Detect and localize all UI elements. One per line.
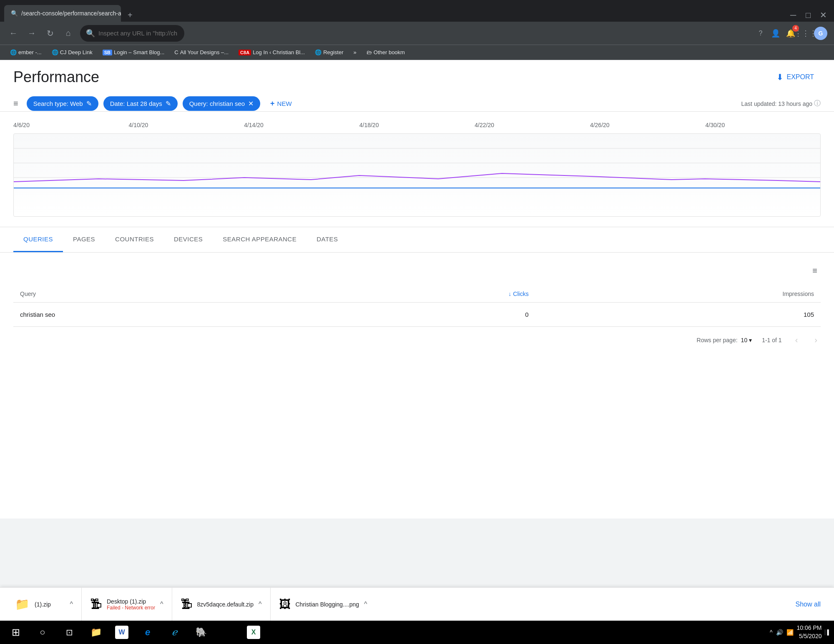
bookmark-designs[interactable]: C All Your Designs –... [171,48,232,57]
edge-btn[interactable]: e [135,623,160,641]
chart-dates: 4/6/20 4/10/20 4/14/20 4/18/20 4/22/20 4… [13,122,821,128]
tab-favicon: 🔍 [11,10,18,17]
gsc-header: Performance ⬇ EXPORT ≡ Search type: Web … [0,60,834,112]
url-bar-container: 🔍 [80,25,455,42]
col-clicks-label: Clicks [513,291,528,297]
taskbar-datetime[interactable]: 10:06 PM 5/5/2020 [797,624,822,640]
download-chevron-0[interactable]: ^ [70,601,73,608]
chart-date-4: 4/22/20 [475,122,590,128]
chart-date-3: 4/18/20 [359,122,475,128]
show-all-label: Show all [796,601,821,608]
bookmark-christian-label: Log In ‹ Christian Bl... [253,49,305,55]
minimize-btn[interactable]: ─ [786,8,800,22]
chart-date-5: 4/26/20 [590,122,706,128]
maximize-btn[interactable]: □ [801,8,815,22]
apps-grid-btn[interactable]: ⋮⋮⋮ [799,27,812,40]
download-item-2: 🗜 8zv5daqce.default.zip ^ [172,588,271,621]
url-input[interactable] [80,25,184,42]
download-chevron-3[interactable]: ^ [364,601,367,608]
active-tab[interactable]: 🔍 /search-console/performance/search-ana… [4,5,121,22]
col-impressions-label: Impressions [783,291,814,297]
bookmark-register-icon: 🌐 [315,49,322,55]
tab-search-appearance[interactable]: SEARCH APPEARANCE [213,227,306,252]
word-btn[interactable]: W [110,624,133,641]
new-tab-btn[interactable]: + [124,9,136,22]
show-all-button[interactable]: Show all [789,597,827,611]
ie-btn[interactable]: ℯ [162,623,187,641]
download-icon-0: 📁 [15,597,30,611]
query-close-icon[interactable]: ✕ [248,100,254,108]
user-avatar[interactable]: G [814,27,827,40]
excel-btn[interactable]: X [242,624,265,641]
notification-bell[interactable]: 🔔 4 [784,27,797,40]
bookmark-member[interactable]: 🌐 ember -... [7,48,45,57]
start-button[interactable]: ⊞ [3,623,28,641]
evernote-btn[interactable]: 🐘 [188,623,214,641]
rows-per-page-label: Rows per page: [697,337,738,343]
bookmark-christian[interactable]: C8A Log In ‹ Christian Bl... [235,48,308,57]
clicks-cell: 0 [322,303,535,327]
download-icon-1: 🗜 [90,597,102,611]
prev-page-btn[interactable]: ‹ [792,333,801,346]
next-page-btn[interactable]: › [811,333,821,346]
browser-toolbar: ← → ↻ ⌂ 🔍 ? 👤 🔔 4 ⋮⋮⋮ G [0,22,834,45]
bookmark-christian-icon: C8A [239,50,251,55]
tab-bar: 🔍 /search-console/performance/search-ana… [0,0,834,22]
chart-date-1: 4/10/20 [129,122,244,128]
impressions-cell: 105 [535,303,821,327]
rows-select[interactable]: 10 ▾ [741,337,752,343]
forward-btn[interactable]: → [25,27,38,40]
excel-icon: X [247,626,260,639]
table-section: ≡ Query ↓ Clicks Impressions [0,253,834,363]
help-btn[interactable]: ? [754,27,767,40]
refresh-btn[interactable]: ↻ [43,27,57,40]
download-chevron-1[interactable]: ^ [160,601,163,608]
show-desktop-btn[interactable]: ▌ [825,629,831,635]
last-updated: Last updated: 13 hours ago ⓘ [741,99,821,108]
speaker-icon[interactable]: 🔊 [776,629,783,636]
taskbar: ⊞ ○ ⊡ 📁 W e ℯ 🐘 ⊕ X ^ 🔊 📶 10:06 PM 5/5/2… [0,621,834,644]
notification-taskbar-icon[interactable]: ^ [770,629,773,636]
fileexplorer-btn[interactable]: 📁 [83,623,108,641]
taskview-btn[interactable]: ⊡ [57,623,82,641]
download-item-info-2: 8zv5daqce.default.zip [197,601,254,608]
accounts-btn[interactable]: 👤 [769,27,782,40]
col-clicks-header[interactable]: ↓ Clicks [322,286,535,303]
bookmark-other[interactable]: 🗁 Other bookm [363,48,408,57]
query-cell: christian seo [13,303,322,327]
pagination-row: Rows per page: 10 ▾ 1-1 of 1 ‹ › [13,327,821,353]
search-type-label: Search type: Web [33,100,83,107]
download-chevron-2[interactable]: ^ [259,601,262,608]
bookmark-sb[interactable]: SB Login – Smart Blog... [99,48,168,57]
home-btn[interactable]: ⌂ [62,27,75,40]
search-taskbar-btn[interactable]: ○ [30,623,55,641]
search-type-filter[interactable]: Search type: Web ✎ [27,96,98,111]
table-filter-btn[interactable]: ≡ [809,263,821,279]
system-icons: ^ 🔊 📶 [770,629,794,636]
filter-toggle-icon[interactable]: ≡ [13,99,18,108]
bookmark-more[interactable]: » [350,48,360,57]
tab-dates[interactable]: DATES [306,227,348,252]
tab-countries[interactable]: COUNTRIES [105,227,164,252]
tab-queries[interactable]: QUERIES [13,227,63,252]
last-updated-text: Last updated: 13 hours ago [741,100,812,107]
tab-pages[interactable]: PAGES [63,227,105,252]
bookmarks-bar: 🌐 ember -... 🌐 CJ Deep Link SB Login – S… [0,45,834,60]
download-item-info-1: Desktop (1).zip Failed - Network error [107,598,155,611]
filter-lines-icon: ≡ [812,266,817,275]
close-btn[interactable]: ✕ [816,8,830,22]
new-filter-button[interactable]: + NEW [265,96,297,111]
tab-devices[interactable]: DEVICES [164,227,213,252]
rows-value: 10 [741,337,748,343]
export-button[interactable]: ⬇ EXPORT [770,69,821,85]
date-filter[interactable]: Date: Last 28 days ✎ [103,96,178,111]
query-filter[interactable]: Query: christian seo ✕ [183,96,260,111]
download-name-1: Desktop (1).zip [107,598,155,605]
bookmark-cj[interactable]: 🌐 CJ Deep Link [48,48,96,57]
back-btn[interactable]: ← [7,27,20,40]
rows-dropdown-icon: ▾ [749,337,752,343]
wifi-icon[interactable]: 📶 [786,629,794,636]
bookmark-other-icon: 🗁 [367,49,372,55]
chrome-btn[interactable]: ⊕ [215,623,240,641]
bookmark-register[interactable]: 🌐 Register [311,48,347,57]
